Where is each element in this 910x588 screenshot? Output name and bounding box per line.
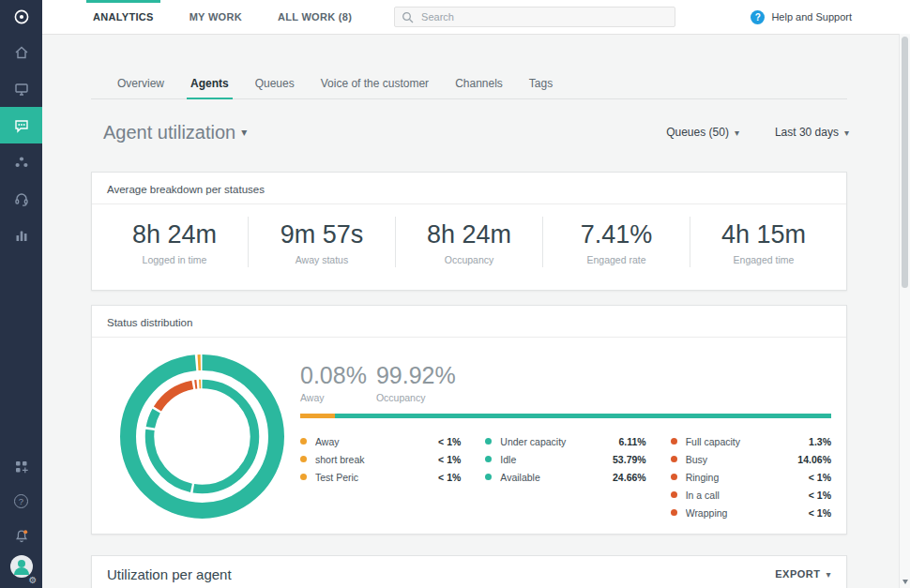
legend-dot-icon: [300, 456, 307, 462]
subtab-voice-of-the-customer[interactable]: Voice of the customer: [308, 72, 442, 98]
sidebar-item-profile[interactable]: ⚙: [0, 553, 42, 588]
legend-value: < 1%: [809, 472, 831, 483]
subtab-agents[interactable]: Agents: [177, 72, 242, 98]
chevron-down-icon: ▾: [844, 128, 849, 138]
away-label: Away: [300, 392, 367, 403]
legend-label: short break: [315, 454, 438, 465]
legend-label: Full capacity: [686, 436, 809, 447]
stat-occupancy: 8h 24m Occupancy: [396, 217, 543, 267]
page-title: Agent utilization: [103, 122, 235, 143]
legend-item: short break < 1%: [300, 450, 461, 468]
stat-away-status: 9m 57s Away status: [249, 217, 396, 267]
legend-item: Ringing < 1%: [671, 468, 831, 486]
legend-column-productive: Under capacity 6.11% Idle 53.79%: [485, 432, 645, 521]
legend-dot-icon: [671, 456, 677, 462]
summary-card: Average breakdown per statuses 8h 24m Lo…: [91, 172, 847, 291]
search-icon: [402, 11, 414, 23]
legend-dot-icon: [671, 474, 677, 480]
page-title-dropdown[interactable]: Agent utilization ▾: [103, 122, 247, 143]
stat-value: 4h 15m: [690, 220, 837, 249]
legend-label: In a call: [686, 490, 809, 501]
legend-dot-icon: [300, 438, 307, 445]
occupancy-summary: 99.92% Occupancy: [376, 362, 456, 403]
sidebar-item-notifications[interactable]: [0, 519, 42, 553]
summary-card-title: Average breakdown per statuses: [92, 173, 846, 204]
gear-icon: ⚙: [29, 576, 38, 585]
utilization-title: Utilization per agent: [107, 566, 232, 582]
legend-dot-icon: [485, 474, 492, 480]
status-donut-chart: [115, 350, 289, 523]
legend-value: < 1%: [809, 490, 831, 501]
legend-item: Available 24.66%: [485, 468, 645, 486]
date-range-label: Last 30 days: [775, 126, 839, 139]
subtab-queues[interactable]: Queues: [242, 72, 308, 98]
away-value: 0.08%: [300, 362, 367, 389]
sidebar: ? ⚙: [0, 0, 42, 588]
stacked-bar-chart: [300, 414, 831, 418]
legend-item: Full capacity 1.3%: [671, 432, 831, 450]
sidebar-item-agents[interactable]: [0, 180, 42, 217]
date-range-dropdown[interactable]: Last 30 days ▾: [775, 126, 849, 139]
stat-value: 8h 24m: [101, 220, 248, 249]
legend-dot-icon: [671, 438, 677, 445]
main-area: ANALYTICS MY WORK ALL WORK (8) ? Help an…: [42, 0, 910, 588]
filters: Queues (50) ▾ Last 30 days ▾: [666, 126, 849, 139]
app-logo-icon[interactable]: [0, 0, 42, 34]
search-box[interactable]: [394, 7, 675, 27]
stat-value: 9m 57s: [249, 220, 395, 249]
export-button[interactable]: EXPORT ▾: [775, 568, 831, 580]
tab-my-work[interactable]: MY WORK: [172, 0, 260, 34]
away-summary: 0.08% Away: [300, 362, 367, 403]
status-detail: 0.08% Away 99.92% Occupancy: [300, 341, 831, 523]
workspace-icon: [13, 81, 30, 98]
scrollbar-thumb[interactable]: [902, 37, 908, 288]
sidebar-item-analytics[interactable]: [0, 217, 42, 253]
logo-icon: [12, 8, 31, 26]
legend-label: Under capacity: [500, 436, 618, 447]
content-area: Overview Agents Queues Voice of the cust…: [42, 35, 910, 588]
legend-value: 1.3%: [809, 436, 831, 447]
legend-value: < 1%: [809, 507, 831, 519]
scroll-down-arrow-icon[interactable]: [902, 580, 908, 584]
stat-logged-in-time: 8h 24m Logged in time: [101, 217, 249, 267]
queues-filter-label: Queues (50): [666, 126, 729, 139]
app-window: ? ⚙: [0, 0, 910, 588]
occupancy-value: 99.92%: [376, 362, 456, 389]
subtab-overview[interactable]: Overview: [104, 72, 177, 98]
stat-label: Logged in time: [101, 254, 248, 265]
sidebar-item-help[interactable]: ?: [0, 484, 42, 519]
legend-label: Available: [500, 472, 613, 483]
headset-icon: [13, 190, 30, 207]
search-input[interactable]: [419, 10, 668, 23]
home-icon: [13, 44, 30, 61]
queues-filter-dropdown[interactable]: Queues (50) ▾: [666, 126, 739, 139]
legend-item: Test Peric < 1%: [300, 468, 461, 486]
legend-label: Wrapping: [686, 507, 809, 519]
tab-analytics[interactable]: ANALYTICS: [75, 0, 172, 34]
help-icon: ?: [751, 10, 765, 24]
legend-label: Test Peric: [315, 472, 438, 483]
topbar: ANALYTICS MY WORK ALL WORK (8) ? Help an…: [42, 0, 910, 35]
bar-segment-away: [300, 414, 335, 418]
sidebar-item-teams[interactable]: [0, 143, 42, 180]
subtab-tags[interactable]: Tags: [516, 72, 566, 98]
bell-icon: [13, 528, 30, 545]
legend-item: Idle 53.79%: [485, 450, 645, 468]
help-and-support[interactable]: ? Help and Support: [751, 10, 910, 24]
bar-segment-occupancy: [335, 414, 831, 418]
legend-label: Ringing: [686, 472, 809, 483]
sidebar-item-my-work[interactable]: [0, 70, 42, 107]
legend-dot-icon: [485, 456, 492, 462]
tab-all-work[interactable]: ALL WORK (8): [260, 0, 370, 34]
sidebar-item-conversations[interactable]: [0, 107, 42, 143]
stat-label: Engaged time: [690, 254, 837, 265]
scrollbar-track[interactable]: [899, 34, 910, 588]
legend-item: Wrapping < 1%: [671, 504, 831, 521]
subtab-channels[interactable]: Channels: [442, 72, 516, 98]
sidebar-item-home[interactable]: [0, 34, 42, 70]
apps-plus-icon: [13, 459, 30, 475]
sidebar-item-apps[interactable]: [0, 449, 42, 484]
export-label: EXPORT: [775, 568, 820, 580]
notification-badge: [23, 530, 27, 534]
status-card-body: 0.08% Away 99.92% Occupancy: [92, 338, 846, 523]
